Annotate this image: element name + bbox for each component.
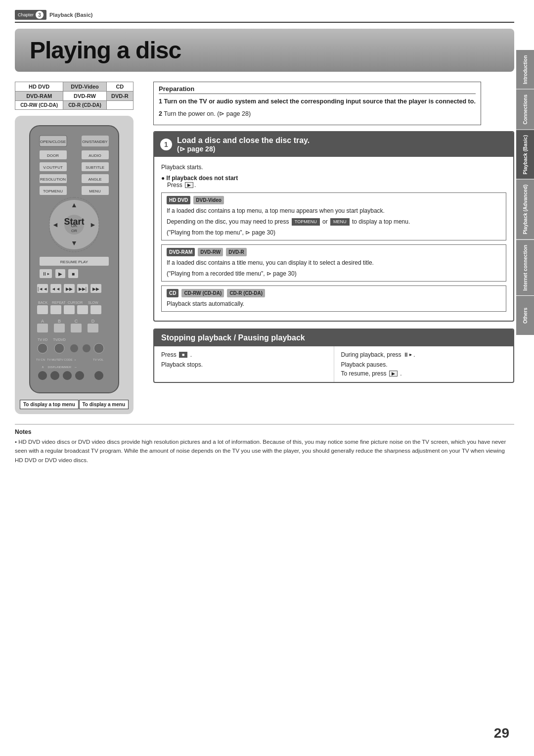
remote-label-topmenu: To display a top menu	[20, 400, 79, 409]
playback-starts: Playback starts.	[161, 164, 506, 171]
svg-text:Start: Start	[64, 217, 84, 227]
svg-text:▶: ▶	[58, 271, 62, 277]
badge-cdr: CD-R (CD-DA)	[227, 289, 265, 297]
svg-text:AUDIO: AUDIO	[89, 153, 101, 158]
two-col-layout: HD DVD DVD-Video CD DVD-RAM DVD-RW DVD-R…	[15, 82, 514, 414]
disc-empty	[106, 101, 133, 110]
svg-text:C: C	[75, 319, 78, 324]
badge-dvdvideo: DVD-Video	[193, 196, 224, 204]
svg-text:⏸▶: ⏸▶	[42, 271, 49, 277]
notes-title: Notes	[15, 428, 514, 435]
hddvd-text2: Depending on the disc, you may need to p…	[167, 217, 501, 226]
disc-hddvd: HD DVD	[15, 82, 63, 92]
badge-dvdrw: DVD-RW	[198, 248, 223, 256]
svg-text:A: A	[41, 319, 44, 324]
disc-dvdram: DVD-RAM	[15, 92, 63, 101]
svg-text:BACK: BACK	[38, 301, 47, 304]
svg-text:ANGLE: ANGLE	[88, 177, 101, 182]
main-content: Chapter 3 Playback (Basic) Playing a dis…	[15, 0, 514, 469]
disc-cdrw: CD-RW (CD-DA)	[15, 101, 63, 110]
svg-text:TV CN: TV CN	[36, 358, 45, 361]
if-no-start-title: ● If playback does not start	[161, 175, 506, 182]
right-column: Preparation 1 Turn on the TV or audio sy…	[153, 82, 514, 414]
step-1-title: Load a disc and close the disc tray. (⊳ …	[177, 136, 310, 153]
tab-connections[interactable]: Connections	[516, 89, 534, 130]
tab-others[interactable]: Others	[516, 295, 534, 335]
svg-point-73	[94, 343, 104, 353]
svg-text:B: B	[58, 319, 61, 324]
svg-text:◄: ◄	[52, 221, 59, 229]
svg-text:OR: OR	[71, 229, 77, 233]
svg-text:TV I/O: TV I/O	[38, 338, 48, 341]
stopping-right: During playback, press ⏸▶ . Playback pau…	[334, 346, 514, 382]
svg-rect-57	[77, 305, 88, 314]
svg-point-84	[38, 371, 47, 380]
svg-text:–: –	[75, 365, 77, 369]
menu-btn: MENU	[330, 218, 350, 226]
prep-step-2: 2 Turn the power on. (⊳ page 28)	[159, 109, 476, 119]
badge-cd: CD	[167, 289, 178, 297]
svg-text:▶▶: ▶▶	[66, 286, 73, 291]
svg-text:TV VOL: TV VOL	[93, 358, 104, 361]
step-1-header: 1 Load a disc and close the disc tray. (…	[154, 132, 513, 157]
disc-dvdvideo: DVD-Video	[63, 82, 107, 92]
dvdram-text2: ("Playing from a recorded title menu", ⊳…	[167, 269, 501, 278]
svg-text:RESUME PLAY: RESUME PLAY	[60, 260, 89, 264]
step-1-section: 1 Load a disc and close the disc tray. (…	[153, 131, 514, 322]
svg-text:∧: ∧	[42, 365, 44, 369]
badge-cdrw: CD-RW (CD-DA)	[181, 289, 224, 297]
tab-internet[interactable]: Internet connection	[516, 239, 534, 296]
stopping-header: Stopping playback / Pausing playback	[154, 330, 513, 346]
tab-introduction[interactable]: Introduction	[516, 49, 534, 89]
chapter-number: 3	[36, 11, 44, 19]
svg-text:SLOW: SLOW	[88, 301, 98, 304]
svg-text:RESOLUTION: RESOLUTION	[40, 177, 66, 182]
svg-text:TV CODE: TV CODE	[59, 358, 73, 361]
svg-text:◄◄: ◄◄	[51, 286, 60, 291]
svg-point-69	[38, 343, 47, 353]
chapter-title: Playback (Basic)	[49, 12, 92, 18]
remote-control: OPEN/CLOSE ON/STANDBY DOOR AUDIO V.OUTPU…	[15, 116, 134, 414]
svg-text:►: ►	[89, 221, 96, 229]
stopping-title: Stopping playback / Pausing playback	[161, 333, 506, 342]
stopping-body: Press ■ . Playback stops. During playbac…	[154, 346, 513, 382]
svg-point-88	[94, 371, 103, 380]
chapter-label: Chapter	[18, 12, 34, 17]
side-tabs: Introduction Connections Playback (Basic…	[516, 49, 534, 335]
svg-text:REPEAT: REPEAT	[52, 301, 66, 304]
step-1-body: Playback starts. ● If playback does not …	[154, 157, 513, 321]
page-title: Playing a disc	[30, 37, 499, 64]
badge-hddvd: HD DVD	[167, 196, 190, 204]
svg-text:DISPLAY: DISPLAY	[48, 366, 60, 369]
svg-point-71	[70, 344, 78, 352]
chapter-badge: Chapter 3	[15, 10, 46, 20]
notes-section: Notes • HD DVD video discs or DVD video …	[15, 424, 514, 469]
stopping-section: Stopping playback / Pausing playback Pre…	[153, 329, 514, 383]
disc-cdr: CD-R (CD-DA)	[63, 101, 107, 110]
badge-dvdram: DVD-RAM	[167, 248, 195, 256]
remote-labels: To display a top menu To display a menu	[20, 400, 129, 409]
tab-playback-advanced[interactable]: Playback (Advanced)	[516, 179, 534, 239]
svg-text:TV MUTE: TV MUTE	[47, 358, 60, 361]
disc-cd: CD	[106, 82, 133, 92]
svg-point-72	[83, 344, 90, 352]
cd-section: CD CD-RW (CD-DA) CD-R (CD-DA) Playback s…	[161, 285, 506, 312]
resume-btn-inline: ▶	[389, 371, 398, 377]
svg-text:ON/STANDBY: ON/STANDBY	[82, 140, 108, 144]
svg-point-86	[63, 371, 72, 380]
chapter-header: Chapter 3 Playback (Basic)	[15, 10, 514, 23]
during-playback: During playback, press ⏸▶ .	[341, 351, 507, 358]
svg-rect-63	[37, 324, 48, 332]
svg-rect-65	[71, 324, 82, 332]
disc-types-table: HD DVD DVD-Video CD DVD-RAM DVD-RW DVD-R…	[15, 82, 134, 110]
page-title-box: Playing a disc	[15, 29, 514, 72]
svg-text:SUBTITLE: SUBTITLE	[86, 165, 104, 170]
if-no-start: ● If playback does not start Press ▶.	[161, 175, 506, 189]
press-stop: Press ■ .	[161, 351, 327, 358]
left-column: HD DVD DVD-Video CD DVD-RAM DVD-RW DVD-R…	[15, 82, 143, 414]
svg-rect-55	[50, 305, 61, 314]
notes-text: • HD DVD video discs or DVD video discs …	[15, 437, 514, 465]
disc-dvdrw: DVD-RW	[63, 92, 107, 101]
tab-playback-basic[interactable]: Playback (Basic)	[516, 130, 534, 180]
dvdram-text1: If a loaded disc contains a title menu, …	[167, 258, 501, 267]
